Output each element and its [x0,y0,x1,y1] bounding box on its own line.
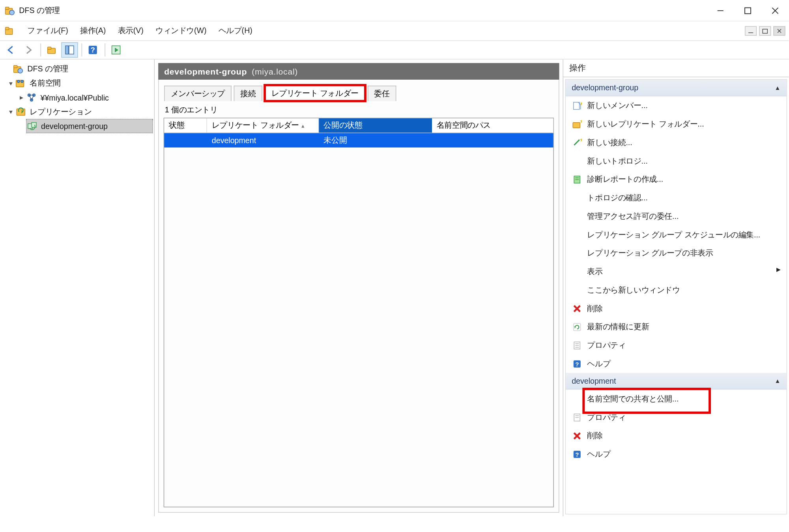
tree-root[interactable]: DFS の管理 [4,62,153,76]
actions-pane-title: 操作 [563,60,789,77]
menu-bar: ファイル(F) 操作(A) 表示(V) ウィンドウ(W) ヘルプ(H) [0,21,789,40]
action-folder-help[interactable]: ? ヘルプ [566,445,786,463]
title-bar: DFS の管理 [0,0,789,21]
menu-action[interactable]: 操作(A) [74,23,112,39]
tab-replicated-folders[interactable]: レプリケート フォルダー [265,85,365,101]
blank-icon [572,155,582,166]
action-view-submenu[interactable]: 表示 [566,262,786,281]
mdi-minimize-button[interactable] [745,26,757,35]
toolbar: ? [0,41,789,60]
toolbar-separator [41,43,41,56]
tab-membership[interactable]: メンバーシップ [164,86,231,101]
action-verify-topology[interactable]: トポロジの確認... [566,189,786,207]
action-new-connection[interactable]: ★ 新しい接続... [566,133,786,152]
tab-delegation[interactable]: 委任 [367,86,396,101]
mdi-restore-button[interactable] [759,26,771,35]
svg-text:★: ★ [580,138,582,142]
svg-rect-40 [574,323,581,330]
report-icon [572,174,582,185]
maximize-button[interactable] [734,2,761,19]
new-folder-icon: ★ [572,119,582,129]
action-folder-properties[interactable]: プロパティ [566,408,786,426]
tab-strip: メンバーシップ 接続 レプリケート フォルダー 委任 [164,84,554,101]
cell-publication-state: 未公開 [319,135,432,146]
tree-replication-group-node[interactable]: development-group [26,119,153,133]
blank-icon [572,229,582,240]
actions-section-group[interactable]: development-group ▲ [566,80,786,96]
tree-namespace-path-node[interactable]: ¥¥miya.local¥Public [4,90,153,105]
expand-toggle-icon[interactable] [6,79,15,88]
action-share-and-publish[interactable]: 名前空間での共有と公開... [566,390,786,408]
close-button[interactable] [761,2,789,19]
svg-rect-31 [32,123,36,127]
tree-replication-node[interactable]: レプリケーション [4,105,153,119]
svg-rect-16 [69,46,74,54]
mdi-close-button[interactable] [773,26,785,35]
share-icon [26,92,37,103]
nav-back-button[interactable] [2,42,19,58]
blank-icon [572,248,582,258]
svg-rect-29 [17,109,25,116]
view-mode-button[interactable] [61,42,78,58]
svg-rect-34 [573,122,580,128]
minimize-button[interactable] [707,2,734,19]
expand-toggle-icon[interactable] [17,93,26,102]
menu-help[interactable]: ヘルプ(H) [213,23,258,39]
delete-icon [572,303,582,314]
svg-rect-8 [6,27,9,30]
center-pane: development-group (miya.local) メンバーシップ 接… [155,60,563,516]
breadcrumb: development-group (miya.local) [158,63,559,80]
new-member-icon: ★ [572,100,582,111]
sort-asc-icon: ▴ [301,122,305,129]
run-button[interactable] [108,42,124,58]
collapse-icon: ▲ [775,378,781,385]
blank-icon [572,266,582,277]
action-refresh[interactable]: 最新の情報に更新 [566,317,786,336]
toolbar-separator [105,43,105,56]
actions-section-group-label: development-group [572,83,638,92]
delete-icon [572,430,582,441]
navigation-tree: DFS の管理 名前空間 ¥¥miya.local¥Public レプリケーショ… [0,60,155,516]
action-new-topology[interactable]: 新しいトポロジ... [566,152,786,170]
action-help[interactable]: ? ヘルプ [566,355,786,373]
action-hide-group[interactable]: レプリケーション グループの非表示 [566,244,786,262]
refresh-icon [572,321,582,332]
window-title: DFS の管理 [19,5,707,16]
menu-window[interactable]: ウィンドウ(W) [150,23,213,39]
action-create-report[interactable]: 診断レポートの作成... [566,170,786,189]
col-publication-state[interactable]: 公開の状態 [319,118,432,133]
blank-icon [572,285,582,295]
nav-forward-button[interactable] [20,42,37,58]
action-folder-delete[interactable]: 削除 [566,426,786,445]
svg-point-22 [18,68,22,73]
col-replicated-folder[interactable]: レプリケート フォルダー▴ [207,118,319,133]
tree-replication-label: レプリケーション [28,106,93,118]
action-new-member[interactable]: ★ 新しいメンバー... [566,96,786,115]
expand-toggle-icon[interactable] [6,108,15,116]
tree-namespace-label: 名前空間 [28,77,62,89]
menu-file[interactable]: ファイル(F) [21,23,74,39]
workspace: DFS の管理 名前空間 ¥¥miya.local¥Public レプリケーショ… [0,60,789,516]
grid-row[interactable]: development 未公開 [164,133,553,147]
folder-up-button[interactable] [43,42,60,58]
actions-section-folder[interactable]: development ▲ [566,373,786,390]
col-state[interactable]: 状態 [164,118,207,133]
help-icon: ? [572,358,582,369]
blank-icon [572,192,582,203]
breadcrumb-sub: (miya.local) [252,67,298,76]
help-button[interactable]: ? [84,42,101,58]
actions-pane: 操作 development-group ▲ ★ 新しいメンバー... ★ 新し… [563,60,789,516]
action-new-replicated-folder[interactable]: ★ 新しいレプリケート フォルダー... [566,115,786,133]
replication-group-icon [27,121,37,131]
document-submenu-icon [5,26,15,36]
tab-connections[interactable]: 接続 [234,86,262,101]
tree-replication-group-label: development-group [40,121,109,131]
action-delegate[interactable]: 管理アクセス許可の委任... [566,207,786,226]
col-namespace-path[interactable]: 名前空間のパス [432,118,553,133]
action-properties[interactable]: プロパティ [566,336,786,355]
tree-namespace-node[interactable]: 名前空間 [4,76,153,90]
menu-view[interactable]: 表示(V) [112,23,150,39]
action-edit-schedule[interactable]: レプリケーション グループ スケジュールの編集... [566,226,786,244]
action-delete[interactable]: 削除 [566,299,786,318]
action-new-window-here[interactable]: ここから新しいウィンドウ [566,281,786,299]
